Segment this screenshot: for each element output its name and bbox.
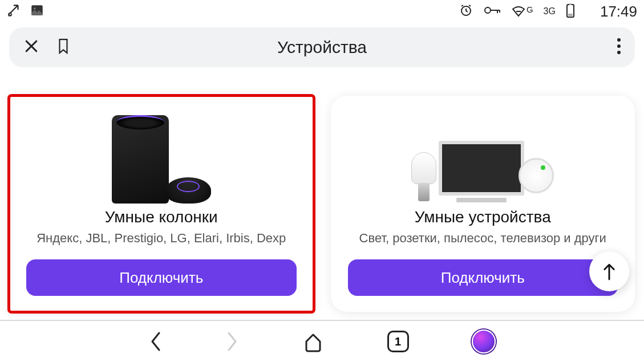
connect-button[interactable]: Подключить xyxy=(26,259,297,296)
svg-point-2 xyxy=(34,7,35,9)
card-subtitle: Яндекс, JBL, Prestigio, LG, Elari, Irbis… xyxy=(26,231,297,246)
card-title: Умные устройства xyxy=(415,208,551,226)
card-smart-devices[interactable]: Умные устройства Свет, розетки, пылесос,… xyxy=(331,96,635,312)
scroll-top-button[interactable] xyxy=(589,251,629,291)
nav-forward xyxy=(225,331,239,352)
svg-point-9 xyxy=(617,44,621,48)
content: Умные колонки Яндекс, JBL, Prestigio, LG… xyxy=(0,72,644,312)
browser-bar: Устройства xyxy=(9,27,635,67)
alarm-icon xyxy=(459,3,473,20)
page-title: Устройства xyxy=(277,38,367,57)
svg-point-10 xyxy=(617,51,621,54)
network-3g-label: 3G xyxy=(544,6,556,17)
nav-tabs[interactable]: 1 xyxy=(387,331,409,352)
more-icon[interactable] xyxy=(617,37,621,58)
bookmark-icon[interactable] xyxy=(56,37,71,58)
nav-back[interactable] xyxy=(149,331,163,352)
vpn-key-icon xyxy=(483,3,501,20)
clock-time: 17:49 xyxy=(600,3,637,21)
network-g-label: G xyxy=(526,5,533,14)
gallery-icon xyxy=(30,3,44,20)
status-left xyxy=(7,3,44,20)
card-title: Умные колонки xyxy=(105,208,218,226)
share-icon xyxy=(7,3,22,20)
nav-alice[interactable] xyxy=(472,330,496,353)
bottom-nav: 1 xyxy=(0,320,644,362)
alice-icon xyxy=(472,330,496,353)
status-right: G 3G 17:49 xyxy=(459,3,637,21)
card-smart-speakers[interactable]: Умные колонки Яндекс, JBL, Prestigio, LG… xyxy=(9,96,314,312)
svg-point-4 xyxy=(485,7,491,13)
nav-home[interactable] xyxy=(302,330,325,353)
devices-illustration xyxy=(411,109,554,204)
speakers-illustration xyxy=(112,109,211,204)
card-subtitle: Свет, розетки, пылесос, телевизор и друг… xyxy=(348,231,618,246)
svg-rect-6 xyxy=(569,3,572,5)
connect-button[interactable]: Подключить xyxy=(348,259,618,296)
status-bar: G 3G 17:49 xyxy=(0,0,644,23)
battery-icon xyxy=(566,3,575,21)
tab-count: 1 xyxy=(387,331,409,352)
wifi-icon: G xyxy=(512,5,533,18)
svg-rect-7 xyxy=(568,14,573,16)
svg-point-8 xyxy=(617,38,621,42)
close-icon[interactable] xyxy=(23,38,40,57)
